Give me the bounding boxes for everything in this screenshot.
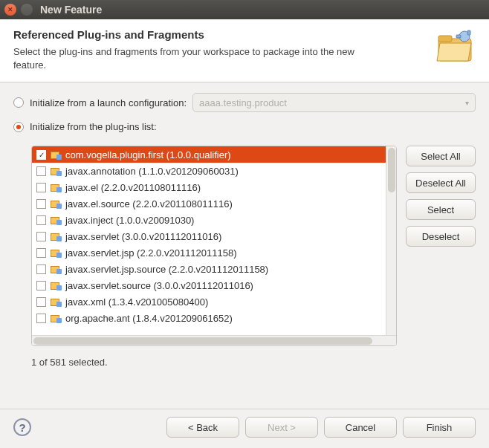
list-item[interactable]: javax.el (2.2.0.v201108011116) [32,179,386,195]
help-icon[interactable]: ? [13,418,31,436]
plugin-icon [51,150,61,159]
horizontal-scrollbar[interactable] [32,335,396,345]
checkbox[interactable] [36,166,46,176]
checkbox[interactable] [36,215,46,225]
finish-button[interactable]: Finish [403,417,476,438]
checkbox[interactable]: ✓ [36,150,46,160]
plugin-name-label: javax.servlet.jsp.source (2.2.0.v2011120… [65,264,268,275]
plugin-name-label: javax.xml (1.3.4.v201005080400) [65,296,208,308]
radio-label: Initialize from the plug-ins list: [30,121,157,132]
svg-rect-3 [467,30,470,35]
plugin-list[interactable]: ✓com.vogella.plugin.first (1.0.0.qualifi… [31,146,397,346]
radio-launch-config[interactable] [13,97,24,108]
plugin-name-label: javax.annotation (1.1.0.v201209060031) [65,166,239,177]
plugin-icon [51,215,61,224]
plugin-icon [51,264,61,273]
chevron-down-icon: ▾ [465,99,469,107]
close-icon[interactable]: ✕ [4,4,16,16]
plugin-icon [51,199,61,208]
page-subtitle: Select the plug-ins and fragments from y… [13,45,370,71]
plugin-name-label: javax.el (2.2.0.v201108011116) [65,182,201,193]
plugin-name-label: com.vogella.plugin.first (1.0.0.qualifie… [65,149,231,160]
back-button[interactable]: < Back [166,417,239,438]
vertical-scrollbar[interactable] [386,146,396,335]
deselect-all-button[interactable]: Deselect All [406,172,476,193]
titlebar: ✕ New Feature [0,0,489,19]
list-item[interactable]: javax.el.source (2.2.0.v201108011116) [32,195,386,212]
page-title: Referenced Plug-ins and Fragments [13,28,434,41]
plugin-icon [51,248,61,257]
checkbox[interactable] [36,183,46,192]
wizard-footer: ? < Back Next > Cancel Finish [0,409,489,448]
radio-label: Initialize from a launch configuration: [30,97,187,108]
launch-config-combo: aaaa.testing.product ▾ [192,93,476,112]
plugin-icon [51,297,61,306]
list-item[interactable]: javax.servlet.jsp (2.2.0.v201112011158) [32,244,386,261]
radio-plugin-list[interactable] [13,122,24,132]
plugin-icon [51,166,61,175]
plugin-name-label: javax.inject (1.0.0.v20091030) [65,215,194,226]
minimize-icon[interactable] [21,4,33,16]
select-all-button[interactable]: Select All [406,146,476,166]
plugin-name-label: javax.servlet.jsp (2.2.0.v201112011158) [65,247,237,259]
list-item[interactable]: javax.inject (1.0.0.v20091030) [32,212,386,228]
list-item[interactable]: javax.xml (1.3.4.v201005080400) [32,293,386,310]
svg-rect-4 [456,35,461,38]
list-item[interactable]: javax.servlet.source (3.0.0.v20111201101… [32,277,386,293]
combo-value: aaaa.testing.product [199,97,287,108]
checkbox[interactable] [36,248,46,258]
list-item[interactable]: javax.annotation (1.1.0.v201209060031) [32,163,386,179]
checkbox[interactable] [36,199,46,209]
checkbox[interactable] [36,297,46,307]
plugin-icon [51,281,61,290]
list-item[interactable]: javax.servlet.jsp.source (2.2.0.v2011120… [32,261,386,277]
checkbox[interactable] [36,281,46,290]
wizard-header: Referenced Plug-ins and Fragments Select… [0,19,489,82]
list-item[interactable]: ✓com.vogella.plugin.first (1.0.0.qualifi… [32,146,386,163]
option-launch-config[interactable]: Initialize from a launch configuration: … [13,93,476,112]
plugin-name-label: org.apache.ant (1.8.4.v201209061652) [65,313,233,324]
list-item[interactable]: org.apache.ant (1.8.4.v201209061652) [32,310,386,326]
plugin-name-label: javax.servlet.source (3.0.0.v20111201101… [65,280,253,291]
checkbox[interactable] [36,314,46,323]
folder-plugin-icon [434,28,476,71]
deselect-button[interactable]: Deselect [406,226,476,247]
list-item[interactable]: javax.servlet (3.0.0.v201112011016) [32,228,386,244]
plugin-name-label: javax.servlet (3.0.0.v201112011016) [65,231,221,242]
option-plugin-list[interactable]: Initialize from the plug-ins list: [13,121,476,132]
checkbox[interactable] [36,264,46,274]
plugin-icon [51,314,61,322]
plugin-icon [51,232,61,241]
wizard-body: Initialize from a launch configuration: … [0,82,489,409]
plugin-name-label: javax.el.source (2.2.0.v201108011116) [65,198,233,210]
next-button: Next > [245,417,318,438]
cancel-button[interactable]: Cancel [324,417,397,438]
selection-count-label: 1 of 581 selected. [31,357,476,368]
svg-rect-1 [438,36,452,42]
window-title: New Feature [40,4,102,16]
select-button[interactable]: Select [406,199,476,220]
checkbox[interactable] [36,232,46,241]
plugin-icon [51,183,61,192]
